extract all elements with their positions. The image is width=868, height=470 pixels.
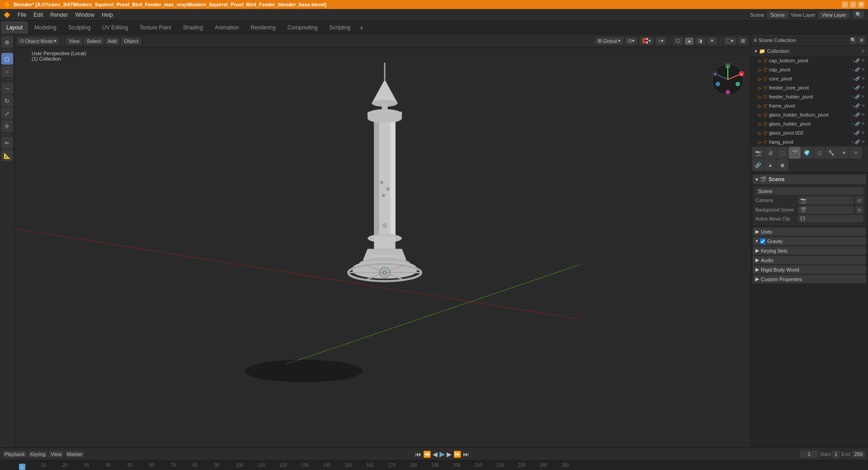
- next-frame-btn[interactable]: ▶: [447, 451, 452, 458]
- title-bar-controls[interactable]: ─ □ ✕: [842, 1, 864, 8]
- keying-dropdown[interactable]: Keying: [28, 451, 47, 457]
- tab-shading[interactable]: Shading: [178, 21, 208, 34]
- tab-rendering[interactable]: Rendering: [245, 21, 281, 34]
- snap-btn[interactable]: 🧲▾: [639, 37, 654, 45]
- outliner-item-hang-pivot[interactable]: ▷ ▽ hang_pivot ↘🔗 👁: [751, 137, 868, 146]
- scene-name-section[interactable]: Scene: [755, 188, 863, 195]
- keying-sets-header[interactable]: ▶ Keying Sets: [753, 246, 866, 255]
- modifier-props-icon[interactable]: 🔧: [826, 147, 837, 159]
- material-props-icon[interactable]: ◉: [777, 159, 788, 171]
- outliner-item-cap-bottom-pivot[interactable]: ▷ ▽ cap_bottom_pivot ↘🔗 👁: [751, 56, 868, 65]
- outliner-settings-btn[interactable]: ⚙: [858, 37, 865, 44]
- camera-value[interactable]: 📷: [798, 197, 854, 204]
- rigid-body-world-header[interactable]: ▶ Rigid Body World: [753, 265, 866, 274]
- tab-add-button[interactable]: +: [356, 22, 367, 34]
- tab-uv-editing[interactable]: UV Editing: [97, 21, 133, 34]
- background-scene-value[interactable]: 🎬: [798, 206, 854, 214]
- menu-edit[interactable]: Edit: [30, 9, 47, 21]
- view-dropdown[interactable]: View: [49, 451, 63, 457]
- menu-render[interactable]: Render: [47, 9, 71, 21]
- tab-animation[interactable]: Animation: [209, 21, 244, 34]
- outliner-item-feeder-holder-pivot[interactable]: ▷ ▽ feeder_holder_pivot ↘🔗 👁: [751, 92, 868, 101]
- units-header[interactable]: ▶ Units: [753, 227, 866, 236]
- go-to-start-btn[interactable]: ⏮: [415, 451, 421, 458]
- tab-scripting[interactable]: Scripting: [324, 21, 356, 34]
- prev-keyframe-btn[interactable]: ⏪: [423, 451, 431, 458]
- xray-btn[interactable]: ⊠: [738, 37, 748, 45]
- world-props-icon[interactable]: 🌍: [801, 147, 813, 159]
- navigation-gizmo[interactable]: X Y Z 📷 🔒 ✋ 🔍: [710, 61, 746, 98]
- view-layer-selector[interactable]: View Layer: [818, 11, 850, 19]
- go-to-end-btn[interactable]: ⏭: [463, 451, 469, 458]
- select-box-tool[interactable]: ◻: [1, 53, 13, 65]
- wireframe-btn[interactable]: ⬡: [673, 37, 683, 45]
- object-mode-dropdown[interactable]: ⊙ Object Mode ▾: [17, 37, 59, 45]
- end-frame-input[interactable]: 250: [852, 451, 865, 458]
- select-menu[interactable]: Select: [84, 38, 104, 45]
- select-circle-tool[interactable]: ○: [1, 66, 13, 77]
- render-props-icon[interactable]: 📷: [752, 147, 764, 159]
- solid-btn[interactable]: ●: [685, 38, 693, 45]
- tab-modeling[interactable]: Modeling: [29, 21, 62, 34]
- add-menu[interactable]: Add: [105, 38, 120, 45]
- measure-tool[interactable]: 📐: [1, 150, 13, 161]
- scale-tool[interactable]: ⤢: [1, 108, 13, 119]
- scene-props-icon[interactable]: 🎬: [789, 147, 801, 159]
- output-props-icon[interactable]: 🖨: [764, 147, 776, 159]
- transform-tool[interactable]: ✛: [1, 120, 13, 132]
- menu-window[interactable]: Window: [71, 9, 98, 21]
- start-frame-input[interactable]: 1: [832, 451, 840, 458]
- transform-dropdown[interactable]: ⊞ Global ▾: [595, 37, 623, 45]
- tab-layout[interactable]: Layout: [1, 21, 28, 34]
- proportional-btn[interactable]: ○▾: [656, 37, 667, 45]
- playback-dropdown[interactable]: Playback: [3, 451, 27, 457]
- play-btn[interactable]: ▶: [439, 450, 445, 458]
- scene-selector[interactable]: Scene: [767, 11, 788, 19]
- camera-picker-btn[interactable]: ◎: [855, 196, 863, 204]
- menu-help[interactable]: Help: [98, 9, 117, 21]
- tab-compositing[interactable]: Compositing: [282, 21, 323, 34]
- outliner-item-glass-holder-pivot[interactable]: ▷ ▽ glass_holder_pivot ↘🔗 👁: [751, 119, 868, 128]
- prev-frame-btn[interactable]: ◀: [433, 451, 438, 458]
- move-tool[interactable]: ↔: [1, 82, 13, 94]
- data-props-icon[interactable]: ▲: [764, 159, 776, 171]
- outliner-filter-btn[interactable]: 🔍: [849, 37, 857, 44]
- gravity-toggle[interactable]: [760, 239, 765, 244]
- current-frame-input[interactable]: 1: [800, 451, 818, 458]
- close-button[interactable]: ✕: [858, 1, 864, 8]
- material-btn[interactable]: ◑: [695, 37, 705, 45]
- collection-eye[interactable]: 👁: [861, 49, 865, 54]
- rotate-tool[interactable]: ↻: [1, 95, 13, 107]
- constraints-props-icon[interactable]: 🔗: [752, 159, 764, 171]
- maximize-button[interactable]: □: [850, 1, 856, 8]
- custom-props-header[interactable]: ▶ Custom Properties: [753, 275, 866, 283]
- cursor-tool[interactable]: ⊕: [1, 36, 13, 48]
- object-props-icon[interactable]: ◻: [813, 147, 825, 159]
- view-menu[interactable]: View: [66, 38, 82, 45]
- tab-texture-paint[interactable]: Texture Paint: [134, 21, 177, 34]
- viewport[interactable]: ⊙ Object Mode ▾ View Select Add Object ⊞…: [14, 34, 750, 447]
- menu-file[interactable]: File: [14, 9, 30, 21]
- outliner-item-glass-holder-bottom-pivot[interactable]: ▷ ▽ glass_holder_bottom_pivot ↘🔗 👁: [751, 110, 868, 119]
- menu-blender[interactable]: 🔶: [0, 9, 14, 21]
- movie-clip-value[interactable]: 🎞: [798, 215, 863, 222]
- outliner-item-feeder-core-pivot[interactable]: ▷ ▽ feeder_core_pivot ↘🔗 👁: [751, 83, 868, 92]
- physics-props-icon[interactable]: ⚛: [850, 147, 862, 159]
- gravity-header[interactable]: ▾ Gravity: [753, 237, 866, 245]
- view-layer-props-icon[interactable]: ⬚: [777, 147, 788, 159]
- scene-section-header[interactable]: ▾ 🎬 Scene: [753, 174, 866, 184]
- object-menu[interactable]: Object: [121, 38, 141, 45]
- rendered-btn[interactable]: ☀: [707, 37, 717, 45]
- outliner-item-cap-pivot[interactable]: ▷ ▽ cap_pivot ↘🔗 👁: [751, 65, 868, 74]
- annotate-tool[interactable]: ✏: [1, 137, 13, 149]
- marker-dropdown[interactable]: Marker: [65, 451, 84, 457]
- audio-header[interactable]: ▶ Audio: [753, 256, 866, 264]
- background-scene-picker-btn[interactable]: ◎: [855, 206, 863, 214]
- minimize-button[interactable]: ─: [842, 1, 848, 8]
- outliner-item-glass-pivot-002[interactable]: ▷ ▽ glass_pivot.002 ↘🔗 👁: [751, 128, 868, 137]
- outliner-item-core-pivot[interactable]: ▷ ▽ core_pivot ↘🔗 👁: [751, 74, 868, 83]
- pivot-btn[interactable]: ⊙▾: [625, 37, 637, 45]
- next-keyframe-btn[interactable]: ⏩: [453, 451, 461, 458]
- outliner-item-frame-pivot[interactable]: ▷ ▽ frame_pivot ↘🔗 👁: [751, 101, 868, 110]
- search-button[interactable]: 🔍: [853, 11, 864, 19]
